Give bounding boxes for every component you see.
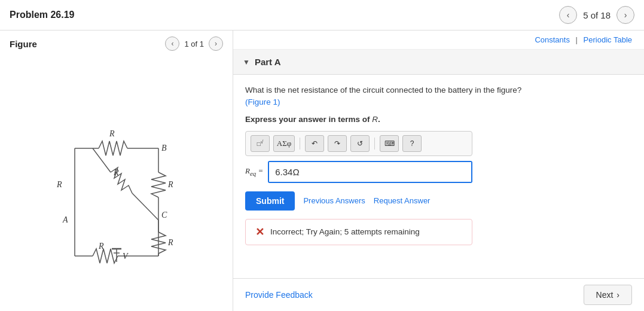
right-panel: Constants | Periodic Table ▼ Part A What… [233,31,644,311]
svg-text:R: R [167,238,173,247]
problem-count: 5 of 18 [583,10,611,20]
error-text: Incorrect; Try Again; 5 attempts remaini… [270,227,420,236]
figure-panel: Figure ‹ 1 of 1 › R [0,31,233,311]
answer-label: Req = [245,166,263,177]
toolbar-separator-2 [374,138,375,150]
express-instruction: Express your answer in terms of R. [245,115,632,124]
prev-figure-button[interactable]: ‹ [165,36,179,51]
action-row: Submit Previous Answers Request Answer [245,191,632,211]
link-separator: | [576,35,580,44]
fraction-sqrt-button[interactable]: □√ [251,135,270,152]
part-a-header[interactable]: ▼ Part A [233,50,644,74]
redo-button[interactable]: ↷ [328,135,347,152]
svg-line-11 [132,193,158,220]
problem-navigation: ‹ 5 of 18 › [559,6,634,24]
content-area: ▼ Part A What is the net resistance of t… [233,50,644,278]
next-figure-button[interactable]: › [209,36,223,51]
figure-label: Figure [10,39,37,49]
figure-navigation: ‹ 1 of 1 › [165,36,223,51]
previous-answers-button[interactable]: Previous Answers [303,196,365,205]
provide-feedback-button[interactable]: Provide Feedback [245,290,313,300]
part-a-label: Part A [255,57,281,67]
question-text: What is the net resistance of the circui… [245,84,632,109]
figure-reference-link[interactable]: (Figure 1) [245,97,280,106]
problem-title: Problem 26.19 [10,10,75,20]
page-header: Problem 26.19 ‹ 5 of 18 › [0,0,644,31]
main-layout: Figure ‹ 1 of 1 › R [0,31,644,311]
circuit-diagram: R R B R [0,57,233,311]
svg-text:R: R [113,168,119,177]
constants-link[interactable]: Constants [535,35,570,44]
circuit-svg: R R B R [39,100,194,268]
greek-symbols-button[interactable]: ΑΣφ [273,135,295,152]
figure-header: Figure ‹ 1 of 1 › [0,31,233,57]
figure-count: 1 of 1 [184,39,204,48]
error-icon: ✕ [255,225,264,239]
page-footer: Provide Feedback Next › [233,278,644,311]
part-a-section: ▼ Part A [233,50,644,75]
svg-text:R: R [167,180,173,189]
reference-links: Constants | Periodic Table [233,31,644,50]
answer-row: Req = [245,161,472,183]
help-button[interactable]: ? [402,135,422,152]
part-a-chevron: ▼ [243,58,250,66]
answer-input-wrapper [268,161,472,183]
svg-text:R: R [98,242,104,251]
svg-line-10 [93,148,111,172]
next-problem-button[interactable]: › [616,6,634,24]
svg-text:R: R [56,180,62,189]
svg-text:C: C [161,211,167,219]
next-button[interactable]: Next › [584,285,632,305]
answer-input[interactable] [269,162,471,182]
keyboard-button[interactable]: ⌨ [380,135,399,152]
svg-text:A: A [62,215,68,224]
svg-text:V: V [123,252,129,261]
undo-button[interactable]: ↶ [305,135,324,152]
prev-problem-button[interactable]: ‹ [559,6,577,24]
submit-button[interactable]: Submit [245,191,295,211]
toolbar-separator-1 [300,138,300,150]
svg-text:R: R [109,129,115,138]
part-a-body: What is the net resistance of the circui… [233,75,644,255]
equation-toolbar: □√ ΑΣφ ↶ ↷ ↺ ⌨ ? [245,131,472,156]
request-answer-button[interactable]: Request Answer [374,196,431,205]
svg-text:B: B [161,144,167,153]
periodic-table-link[interactable]: Periodic Table [584,35,632,44]
reset-button[interactable]: ↺ [350,135,370,152]
error-message-box: ✕ Incorrect; Try Again; 5 attempts remai… [245,219,472,245]
